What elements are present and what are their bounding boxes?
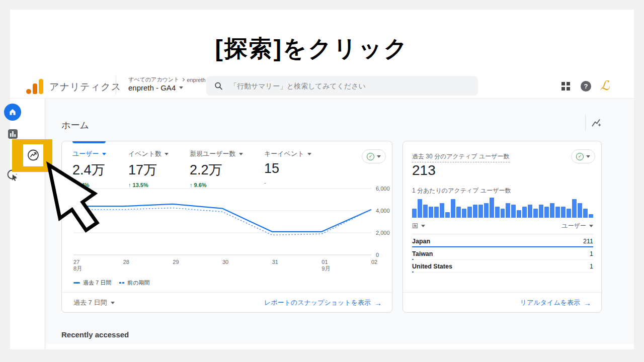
svg-text:30: 30 <box>222 259 228 265</box>
overview-card: ユーザー 2.4万 ↑ 2.4% イベント数 17万 ↑ 13.5% 新規ユーザ… <box>61 141 392 313</box>
svg-text:8月: 8月 <box>73 265 82 272</box>
apps-grid-icon[interactable] <box>561 82 570 90</box>
home-icon <box>8 108 17 117</box>
svg-text:6,000: 6,000 <box>376 186 390 192</box>
svg-text:02: 02 <box>371 259 377 265</box>
svg-text:31: 31 <box>272 259 278 265</box>
caret-down-icon <box>239 153 243 155</box>
dimension-dropdown[interactable]: 国 <box>412 222 425 230</box>
product-name: アナリティクス <box>49 80 121 94</box>
legend-current-label: 過去 7 日間 <box>83 279 111 287</box>
table-row[interactable]: United States 1 <box>412 260 593 273</box>
realtime-card: 過去 30 分のアクティブ ユーザー数 ✓ 213 1 分あたりのアクティブ ユ… <box>403 141 602 313</box>
realtime-bar-chart <box>412 196 593 218</box>
realtime-title: 過去 30 分のアクティブ ユーザー数 <box>412 152 510 162</box>
chart-legend: 過去 7 日間 前の期間 <box>73 279 150 287</box>
avatar[interactable]: ℒ <box>600 78 610 93</box>
data-quality-badge[interactable]: ✓ <box>571 149 595 163</box>
svg-text:28: 28 <box>123 259 129 265</box>
insights-divider <box>585 115 586 131</box>
sidebar-item-explore[interactable] <box>23 144 43 166</box>
slide-title: [探索]をクリック <box>0 33 624 64</box>
metric-dropdown[interactable]: ユーザー <box>561 222 593 230</box>
caret-down-icon <box>377 155 381 158</box>
svg-text:01: 01 <box>321 259 328 265</box>
report-snapshot-link[interactable]: レポートのスナップショットを表示 → <box>264 298 382 307</box>
reports-icon <box>8 129 18 139</box>
dashed-line-swatch <box>119 282 124 284</box>
overview-card-footer: 過去 7 日間 レポートのスナップショットを表示 → <box>62 293 392 313</box>
metric-tab-key-events[interactable]: キーイベント 15 - <box>264 149 311 186</box>
breadcrumb: すべてのアカウント enpreth <box>128 76 206 83</box>
caret-down-icon <box>421 225 425 227</box>
country-value-bar <box>412 272 414 273</box>
caret-down-icon <box>179 86 183 89</box>
page-title: ホーム <box>61 119 89 131</box>
sidebar-item-reports[interactable] <box>0 129 25 139</box>
arrow-right-icon: → <box>374 299 382 307</box>
sidebar-item-home[interactable] <box>0 104 25 121</box>
analytics-logo-icon <box>26 79 44 94</box>
breadcrumb-root: すべてのアカウント <box>128 76 179 83</box>
metric-value: 2.4万 <box>72 161 106 179</box>
svg-text:27: 27 <box>73 259 79 265</box>
insights-button[interactable] <box>590 117 602 129</box>
selected-metric-indicator <box>72 141 106 143</box>
property-selector-label: enpreth - GA4 <box>128 83 176 92</box>
svg-text:29: 29 <box>173 259 179 265</box>
home-selected-circle <box>4 104 21 121</box>
check-circle-icon: ✓ <box>367 153 374 160</box>
click-highlight-box <box>12 139 52 172</box>
help-button[interactable]: ? <box>581 81 591 92</box>
caret-down-icon <box>307 153 311 155</box>
metric-tab-events[interactable]: イベント数 17万 ↑ 13.5% <box>128 149 169 188</box>
breadcrumb-account: enpreth <box>187 77 205 83</box>
property-selector[interactable]: enpreth - GA4 <box>128 83 183 92</box>
help-icon: ? <box>584 82 588 90</box>
legend-previous-label: 前の期間 <box>127 279 149 287</box>
country-table: Japan 211 Taiwan 1 United States 1 <box>412 235 593 273</box>
solid-line-swatch <box>73 282 80 284</box>
svg-text:9月: 9月 <box>321 265 330 272</box>
caret-down-icon <box>589 225 593 227</box>
caret-down-icon <box>586 155 590 158</box>
metric-tab-users[interactable]: ユーザー 2.4万 ↑ 2.4% <box>72 149 106 188</box>
cutoff-card-strip <box>45 344 634 349</box>
svg-text:0: 0 <box>376 252 379 258</box>
header-divider <box>116 75 116 95</box>
caret-down-icon <box>165 153 169 155</box>
arrow-right-icon: → <box>584 299 591 307</box>
chevron-right-icon <box>181 78 185 81</box>
check-circle-icon: ✓ <box>576 153 584 160</box>
active-users-value: 213 <box>412 162 436 178</box>
per-minute-label: 1 分あたりのアクティブ ユーザー数 <box>412 187 511 195</box>
users-line-chart: 02,0004,0006,000278月28293031019月02 <box>73 185 392 277</box>
metric-value: 2.2万 <box>190 161 243 179</box>
explore-icon <box>27 149 40 162</box>
metric-value: 17万 <box>128 161 169 179</box>
search-input[interactable] <box>230 82 470 90</box>
data-quality-badge[interactable]: ✓ <box>362 149 386 163</box>
metric-value: 15 <box>264 161 311 176</box>
caret-down-icon <box>102 153 106 155</box>
table-row[interactable]: Japan 211 <box>412 235 593 247</box>
svg-text:2,000: 2,000 <box>376 230 390 236</box>
recently-accessed-title: Recently accessed <box>61 330 129 339</box>
view-realtime-link[interactable]: リアルタイムを表示 → <box>520 298 591 307</box>
table-row[interactable]: Taiwan 1 <box>412 247 593 260</box>
insights-icon <box>590 117 602 129</box>
table-divider <box>412 234 593 234</box>
svg-text:4,000: 4,000 <box>376 208 390 214</box>
realtime-table-header: 国 ユーザー <box>412 222 593 230</box>
caret-down-icon <box>111 302 115 304</box>
realtime-card-footer: リアルタイムを表示 → <box>403 293 601 313</box>
search-bar[interactable] <box>206 76 478 96</box>
metric-tab-new-users[interactable]: 新規ユーザー数 2.2万 ↑ 9.6% <box>190 149 243 188</box>
date-range-dropdown[interactable]: 過去 7 日間 <box>73 298 115 307</box>
search-icon <box>214 81 223 90</box>
